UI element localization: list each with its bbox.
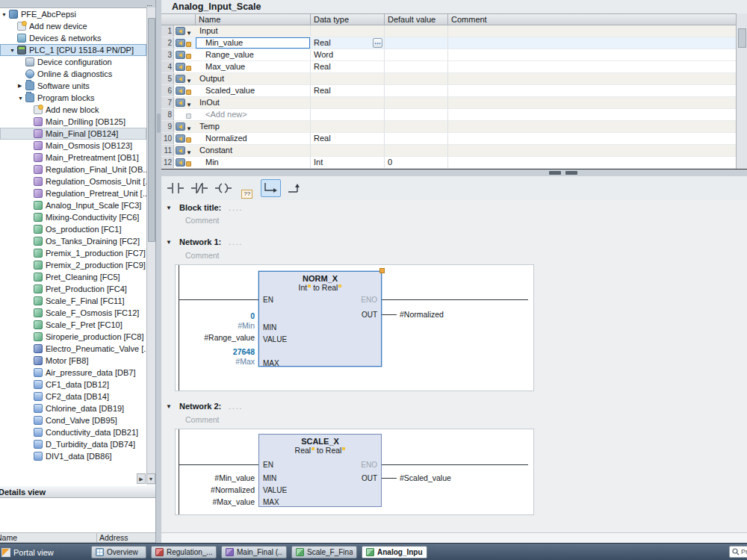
tree-item-div1-data-db86[interactable]: DIV1_data [DB86] bbox=[0, 450, 146, 462]
taskbar-tab-main-final[interactable]: Main_Final (... bbox=[221, 546, 287, 559]
interface-row-output[interactable]: 5▼Output bbox=[161, 73, 736, 85]
min-constant-value[interactable]: 0 bbox=[176, 311, 255, 320]
tree-scroll-right-button[interactable]: ▶ bbox=[137, 473, 146, 484]
interface-row-add-new[interactable]: 8<Add new> bbox=[161, 109, 736, 121]
chevron-down-icon[interactable]: ▼ bbox=[161, 205, 173, 211]
default-value-cell[interactable] bbox=[385, 145, 448, 156]
tree-item-regulation-osmosis-unit[interactable]: Regulation_Osmosis_Unit [... bbox=[0, 175, 146, 187]
chevron-down-icon[interactable]: ▼ bbox=[10, 48, 17, 53]
tree-item-online-diagnostics[interactable]: Online & diagnostics bbox=[0, 68, 146, 80]
scrollbar-thumb[interactable] bbox=[738, 28, 746, 48]
comment-cell[interactable] bbox=[448, 73, 736, 84]
interface-row-max-value[interactable]: 4Max_valueReal bbox=[161, 61, 736, 73]
type-dropdown-icon[interactable] bbox=[311, 447, 314, 450]
datatype-cell[interactable]: Real… bbox=[311, 37, 385, 49]
default-value-cell[interactable] bbox=[385, 49, 448, 60]
network-1-comment[interactable]: Comment bbox=[185, 251, 220, 260]
interface-row-min-value[interactable]: 2Min_valueReal… bbox=[161, 37, 736, 49]
chevron-down-icon[interactable]: ▼ bbox=[161, 403, 173, 410]
value-operand[interactable]: #Normalized bbox=[176, 485, 255, 494]
name-cell[interactable]: <Add new> bbox=[196, 109, 311, 120]
tree-item-main-pretreatment-ob1[interactable]: Main_Pretreatment [OB1] bbox=[0, 152, 146, 164]
tree-item-regulation-pretreat-unit[interactable]: Regulation_Pretreat_Unit [... bbox=[0, 187, 146, 199]
datatype-cell[interactable]: Int bbox=[311, 157, 385, 168]
block-title-comment[interactable]: Comment bbox=[185, 216, 220, 225]
column-header-default[interactable]: Default value bbox=[385, 13, 448, 25]
table-vertical-scrollbar[interactable] bbox=[736, 13, 747, 169]
name-cell[interactable]: Range_value bbox=[196, 49, 311, 60]
insert-contact-no-button[interactable] bbox=[165, 179, 185, 197]
insert-contact-nc-button[interactable] bbox=[189, 179, 209, 197]
splitter-grip-icon[interactable] bbox=[549, 171, 561, 175]
interface-row-input[interactable]: 1▼Input bbox=[161, 25, 736, 37]
chevron-right-icon[interactable]: ▶ bbox=[18, 83, 25, 89]
interface-row-scaled-value[interactable]: 6Scaled_valueReal bbox=[161, 85, 736, 97]
datatype-cell[interactable]: Real bbox=[311, 85, 385, 96]
chevron-down-icon[interactable]: ▼ bbox=[186, 145, 196, 156]
comment-cell[interactable] bbox=[448, 37, 736, 49]
tree-item-analog-input-scale-fc3[interactable]: Analog_Input_Scale [FC3] bbox=[0, 199, 146, 211]
datatype-cell[interactable] bbox=[311, 109, 385, 120]
type-dropdown-icon[interactable] bbox=[308, 284, 311, 287]
close-branch-button[interactable] bbox=[285, 179, 305, 197]
comment-cell[interactable] bbox=[448, 61, 736, 72]
comment-cell[interactable] bbox=[448, 49, 736, 60]
default-value-cell[interactable] bbox=[385, 73, 448, 84]
network-2-comment[interactable]: Comment bbox=[185, 415, 220, 424]
column-header-comment[interactable]: Comment bbox=[448, 13, 736, 25]
name-cell[interactable]: Constant bbox=[196, 145, 311, 156]
datatype-cell[interactable] bbox=[311, 25, 385, 37]
type-dropdown-icon[interactable] bbox=[342, 447, 345, 450]
taskbar-tab-regulation[interactable]: Regulation_... bbox=[151, 546, 217, 559]
datatype-cell[interactable] bbox=[311, 145, 385, 156]
tree-toolbar-overflow-button[interactable]: ... bbox=[143, 0, 155, 7]
interface-row-range-value[interactable]: 3Range_valueWord bbox=[161, 49, 736, 61]
search-box[interactable]: Pr bbox=[729, 546, 747, 558]
tree-item-air-pressure-data-db7[interactable]: Air_pressure_data [DB7] bbox=[0, 367, 146, 379]
datatype-cell[interactable] bbox=[311, 73, 385, 84]
out-operand[interactable]: #Normalized bbox=[400, 310, 444, 319]
comment-cell[interactable] bbox=[448, 25, 736, 37]
details-column-name[interactable]: Name bbox=[0, 533, 97, 542]
type-dropdown-icon[interactable] bbox=[338, 284, 341, 287]
chevron-down-icon[interactable]: ▼ bbox=[186, 97, 196, 108]
details-view-header[interactable]: Details view bbox=[0, 485, 161, 498]
norm-x-block[interactable]: NORM_X Int to Real EN ENO OUT MIN VALUE … bbox=[258, 271, 382, 367]
name-cell[interactable]: Temp bbox=[196, 121, 311, 132]
insert-coil-button[interactable] bbox=[213, 179, 233, 197]
tree-item-add-new-block[interactable]: Add new block bbox=[0, 104, 146, 116]
tree-item-os-production-fc1[interactable]: Os_production [FC1] bbox=[0, 223, 146, 235]
tree-item-mixing-conductivity-fc6[interactable]: Mixing-Conductivity [FC6] bbox=[0, 211, 146, 223]
chevron-down-icon[interactable]: ▼ bbox=[186, 73, 196, 84]
datatype-cell[interactable]: Real bbox=[311, 61, 385, 72]
tree-item-devices-networks[interactable]: Devices & networks bbox=[0, 32, 146, 44]
tree-item-pret-cleaning-fc5[interactable]: Pret_Cleaning [FC5] bbox=[0, 271, 146, 283]
open-branch-button[interactable] bbox=[261, 179, 281, 197]
tree-item-cf1-data-db12[interactable]: CF1_data [DB12] bbox=[0, 379, 146, 391]
taskbar-tab-analog-inpu[interactable]: Analog_Inpu... bbox=[362, 546, 427, 559]
tree-item-program-blocks[interactable]: ▼Program blocks bbox=[0, 92, 146, 104]
interface-row-temp[interactable]: 9▼Temp bbox=[161, 121, 736, 133]
default-value-cell[interactable] bbox=[385, 97, 448, 108]
tree-item-premix-1-production-fc7[interactable]: Premix_1_production [FC7] bbox=[0, 247, 146, 259]
taskbar-tab-overview[interactable]: Overview bbox=[91, 546, 146, 559]
interface-row-constant[interactable]: 11▼Constant bbox=[161, 145, 736, 157]
max-operand[interactable]: #Max_value bbox=[176, 497, 255, 506]
tree-item-motor-fb8[interactable]: Motor [FB8] bbox=[0, 355, 146, 367]
tree-item-electro-pneumatic-valve[interactable]: Electro_Pneumatic_Valve [... bbox=[0, 343, 146, 355]
portal-view-button[interactable]: Portal view bbox=[1, 546, 54, 559]
default-value-cell[interactable] bbox=[385, 37, 448, 49]
interface-row-inout[interactable]: 7▼InOut bbox=[161, 97, 736, 109]
name-cell[interactable]: Scaled_value bbox=[196, 85, 311, 96]
tree-item-add-new-device[interactable]: Add new device bbox=[0, 20, 146, 32]
interface-row-normalized[interactable]: 10NormalizedReal bbox=[161, 133, 736, 145]
tree-item-os-tanks-draining-fc2[interactable]: Os_Tanks_Draining [FC2] bbox=[0, 235, 146, 247]
name-cell[interactable]: Min_value bbox=[196, 37, 311, 49]
tree-item-scale-f-pret-fc10[interactable]: Scale_F_Pret [FC10] bbox=[0, 319, 146, 331]
tree-item-regulation-final-unit-ob[interactable]: Regulation_Final_Unit [OB... bbox=[0, 164, 146, 175]
comment-cell[interactable] bbox=[448, 109, 736, 120]
tree-item-pfe-abcpepsi[interactable]: ▼PFE_AbcPepsi bbox=[0, 8, 146, 20]
comment-cell[interactable] bbox=[448, 97, 736, 108]
interface-row-min[interactable]: 12MinInt0 bbox=[161, 157, 736, 169]
column-header-datatype[interactable]: Data type bbox=[311, 13, 385, 25]
